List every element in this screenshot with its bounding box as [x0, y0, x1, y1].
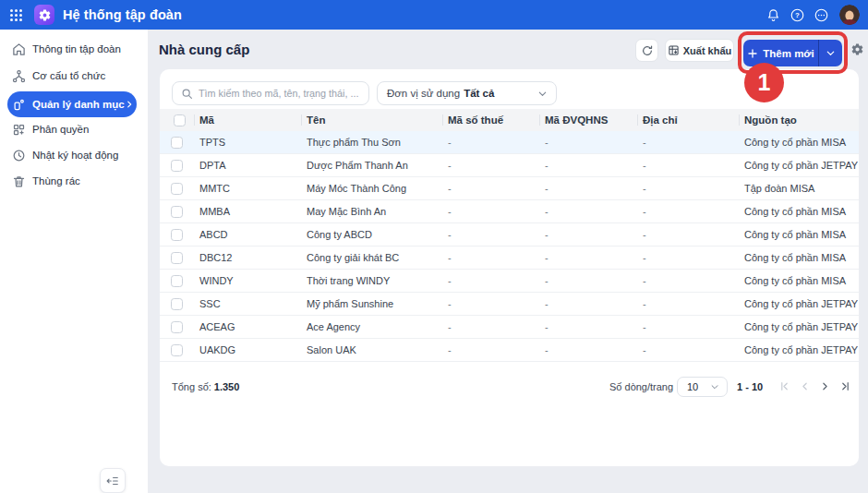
sidebar-item-activity-log[interactable]: Nhật ký hoạt động — [7, 143, 140, 167]
row-checkbox[interactable] — [171, 344, 183, 356]
row-checkbox-cell — [160, 160, 194, 172]
row-checkbox-cell — [160, 321, 194, 333]
cell-name: Mỹ phẩm Sunshine — [301, 298, 442, 309]
row-checkbox-cell — [160, 298, 194, 310]
cell-tax: - — [442, 344, 539, 355]
cell-code: TPTS — [194, 137, 301, 148]
cell-source: Công ty cổ phần MISA — [739, 206, 859, 217]
column-header-tax[interactable]: Mã số thuế — [442, 109, 539, 131]
export-button-label: Xuất khẩu — [683, 45, 732, 56]
row-checkbox[interactable] — [171, 252, 183, 264]
cell-address: - — [637, 275, 739, 286]
cell-dvqhns: - — [539, 321, 637, 332]
column-header-address[interactable]: Địa chỉ — [637, 109, 739, 131]
app-launcher-icon[interactable] — [10, 9, 22, 21]
column-header-code[interactable]: Mã — [194, 109, 301, 131]
help-icon[interactable]: ? — [790, 7, 804, 22]
cell-source: Công ty cổ phần MISA — [739, 137, 859, 148]
table-row[interactable]: DBC12Công ty giải khát BC---Công ty cổ p… — [160, 246, 859, 270]
row-checkbox-cell — [160, 344, 194, 356]
sidebar-item-group-info[interactable]: Thông tin tập đoàn — [7, 37, 140, 61]
refresh-button[interactable] — [635, 39, 658, 62]
table-row[interactable]: SSCMỹ phẩm Sunshine---Công ty cổ phần JE… — [160, 293, 859, 316]
sidebar-item-trash[interactable]: Thùng rác — [7, 169, 140, 193]
table-row[interactable]: ABCDCông ty ABCD---Công ty cổ phần MISA — [160, 223, 859, 246]
row-checkbox-cell — [160, 252, 194, 264]
cell-source: Công ty cổ phần JETPAY — [739, 298, 859, 309]
total-value: 1.350 — [214, 381, 240, 392]
refresh-icon — [641, 44, 654, 57]
row-checkbox-cell — [160, 229, 194, 241]
unit-filter-select[interactable]: Đơn vị sử dụng Tất cả — [377, 81, 557, 105]
rows-per-page-label: Số dòng/trang — [609, 381, 673, 392]
search-input[interactable]: Tìm kiếm theo mã, tên, trạng thái, ... — [172, 81, 369, 105]
cell-code: MMBA — [194, 206, 301, 217]
screen: Hệ thống tập đoàn ? — [0, 0, 868, 493]
table-row[interactable]: MMTCMáy Móc Thành Công---Tập đoàn MISA — [160, 177, 859, 200]
column-header-name[interactable]: Tên — [301, 109, 442, 131]
first-page-button[interactable] — [777, 379, 791, 393]
add-new-dropdown-button[interactable] — [819, 40, 842, 66]
sidebar-item-label: Quản lý danh mục — [32, 99, 125, 110]
cell-dvqhns: - — [539, 160, 637, 171]
rows-per-page-select[interactable]: 10 — [677, 377, 728, 397]
svg-text:?: ? — [795, 11, 800, 19]
previous-page-button[interactable] — [797, 379, 812, 393]
add-button-label: Thêm mới — [763, 48, 814, 59]
next-page-button[interactable] — [817, 379, 832, 393]
sidebar-item-category-management[interactable]: Quản lý danh mục — [7, 91, 137, 117]
column-header-source[interactable]: Nguồn tạo — [739, 109, 859, 131]
history-icon — [12, 149, 26, 162]
search-placeholder: Tìm kiếm theo mã, tên, trạng thái, ... — [199, 88, 358, 99]
export-button[interactable]: Xuất khẩu — [665, 39, 734, 62]
add-new-button[interactable]: Thêm mới — [743, 40, 842, 66]
gear-icon — [850, 42, 864, 56]
category-icon — [12, 98, 26, 112]
cell-source: Công ty cổ phần MISA — [739, 252, 859, 263]
cell-dvqhns: - — [539, 229, 637, 240]
cell-name: Dược Phẩm Thanh An — [301, 160, 442, 171]
cell-name: Ace Agency — [301, 321, 442, 332]
chevron-down-icon — [826, 48, 836, 58]
trash-icon — [12, 174, 26, 188]
row-checkbox[interactable] — [171, 160, 183, 172]
table-row[interactable]: UAKDGSalon UAK---Công ty cổ phần JETPAY — [160, 339, 859, 362]
user-avatar[interactable] — [839, 5, 860, 25]
misa-logo[interactable] — [34, 5, 54, 25]
row-checkbox-cell — [160, 206, 194, 218]
notification-bell-icon[interactable] — [766, 7, 780, 22]
sidebar-item-org-structure[interactable]: Cơ cấu tổ chức — [7, 64, 140, 88]
row-checkbox-cell — [160, 183, 194, 195]
last-page-button[interactable] — [838, 379, 852, 393]
cell-tax: - — [442, 183, 539, 194]
org-chart-icon — [12, 69, 26, 83]
sidebar-item-label: Thông tin tập đoàn — [32, 43, 121, 54]
row-checkbox[interactable] — [171, 275, 183, 287]
cell-source: Công ty cổ phần JETPAY — [739, 160, 859, 171]
table-row[interactable]: WINDYThời trang WINDY---Công ty cổ phần … — [160, 270, 859, 293]
more-options-icon[interactable] — [814, 7, 828, 22]
row-checkbox[interactable] — [171, 206, 183, 218]
cell-address: - — [637, 183, 739, 194]
select-all-checkbox[interactable] — [174, 114, 186, 126]
row-checkbox[interactable] — [171, 137, 183, 149]
export-icon — [668, 44, 680, 56]
column-header-dvqhns[interactable]: Mã ĐVQHNS — [539, 109, 637, 131]
table-row[interactable]: DPTADược Phẩm Thanh An---Công ty cổ phần… — [160, 154, 859, 177]
row-checkbox[interactable] — [171, 229, 183, 241]
sidebar-item-permissions[interactable]: Phân quyền — [7, 117, 140, 141]
table-row[interactable]: TPTSThực phẩm Thu Sơn---Công ty cổ phần … — [160, 131, 859, 154]
table-settings-button[interactable] — [850, 42, 865, 57]
sidebar-collapse-button[interactable] — [100, 468, 126, 493]
select-all-checkbox-cell — [160, 109, 194, 131]
table-row[interactable]: ACEAGAce Agency---Công ty cổ phần JETPAY — [160, 316, 859, 339]
row-checkbox[interactable] — [171, 321, 183, 333]
cell-dvqhns: - — [539, 183, 637, 194]
row-checkbox[interactable] — [171, 298, 183, 310]
row-checkbox[interactable] — [171, 183, 183, 195]
table-row[interactable]: MMBAMay Mặc Bình An---Công ty cổ phần MI… — [160, 200, 859, 223]
cell-tax: - — [442, 275, 539, 286]
row-checkbox-cell — [160, 275, 194, 287]
sidebar-item-label: Thùng rác — [32, 175, 80, 186]
cell-source: Tập đoàn MISA — [739, 183, 859, 194]
